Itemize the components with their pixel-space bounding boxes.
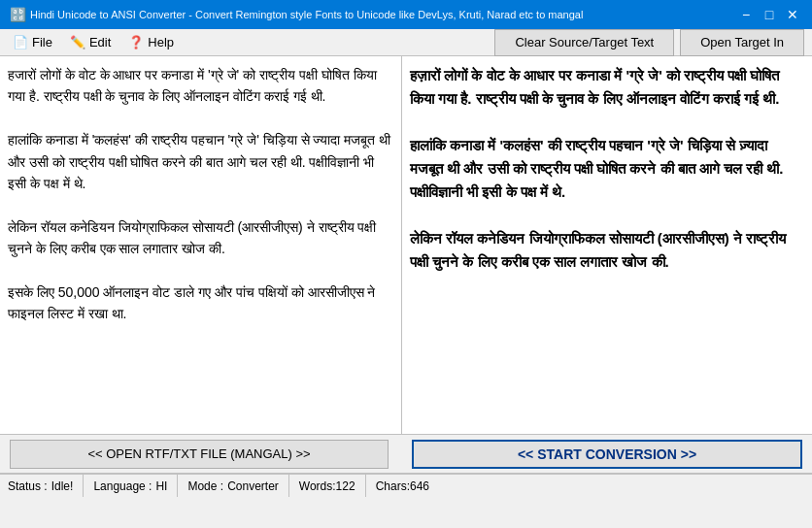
- status-label: Status :: [8, 479, 48, 493]
- help-menu-label: Help: [148, 35, 174, 50]
- file-menu[interactable]: 📄 File: [4, 31, 61, 53]
- edit-menu-label: Edit: [89, 35, 111, 50]
- chars-label: Chars:: [376, 479, 410, 493]
- bottom-right-area: << START CONVERSION >>: [402, 435, 812, 473]
- words-value: 122: [336, 479, 355, 493]
- window-title: Hindi Unicode to ANSI Converter - Conver…: [30, 9, 583, 20]
- title-bar-left: 🔡 Hindi Unicode to ANSI Converter - Conv…: [10, 7, 583, 22]
- maximize-button[interactable]: □: [760, 5, 779, 24]
- edit-icon: ✏️: [70, 35, 85, 50]
- mode-label: Mode :: [187, 479, 223, 493]
- edit-menu[interactable]: ✏️ Edit: [61, 31, 119, 53]
- start-conversion-button[interactable]: << START CONVERSION >>: [412, 440, 802, 469]
- file-icon: 📄: [13, 35, 28, 50]
- open-file-button[interactable]: << OPEN RTF/TXT FILE (MANGAL) >>: [10, 440, 389, 469]
- source-text-area[interactable]: [0, 56, 401, 434]
- language-section: Language : HI: [84, 475, 178, 497]
- chars-value: 646: [410, 479, 429, 493]
- close-button[interactable]: ✕: [783, 5, 802, 24]
- bottom-buttons: << OPEN RTF/TXT FILE (MANGAL) >> << STAR…: [0, 435, 812, 474]
- source-panel: [0, 56, 402, 434]
- minimize-button[interactable]: −: [736, 5, 756, 24]
- target-panel: [402, 56, 812, 434]
- target-text-area[interactable]: [402, 56, 812, 434]
- help-icon: ❓: [128, 35, 144, 50]
- words-section: Words: 122: [289, 475, 366, 497]
- open-target-button[interactable]: Open Target In: [680, 29, 804, 56]
- language-label: Language :: [93, 479, 152, 493]
- status-bar: Status : Idle! Language : HI Mode : Conv…: [0, 474, 812, 497]
- mode-section: Mode : Converter: [178, 475, 288, 497]
- main-area: [0, 56, 812, 435]
- help-menu[interactable]: ❓ Help: [119, 31, 183, 53]
- chars-section: Chars: 646: [366, 475, 439, 497]
- words-label: Words:: [299, 479, 336, 493]
- title-bar-controls: − □ ✕: [736, 5, 802, 24]
- status-value: Idle!: [51, 479, 74, 493]
- bottom-left-area: << OPEN RTF/TXT FILE (MANGAL) >>: [0, 435, 402, 473]
- status-section: Status : Idle!: [8, 475, 84, 497]
- language-value: HI: [155, 479, 167, 493]
- file-menu-label: File: [32, 35, 52, 50]
- app-icon: 🔡: [10, 7, 26, 22]
- clear-button[interactable]: Clear Source/Target Text: [494, 29, 674, 56]
- mode-value: Converter: [227, 479, 279, 493]
- top-right-buttons: Clear Source/Target Text Open Target In: [183, 25, 808, 60]
- menu-bar: 📄 File ✏️ Edit ❓ Help Clear Source/Targe…: [0, 29, 812, 56]
